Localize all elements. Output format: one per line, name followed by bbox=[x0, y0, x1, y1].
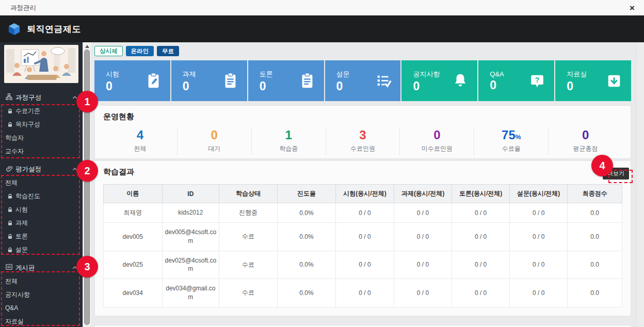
more-button[interactable]: 더보기 bbox=[603, 168, 629, 179]
sidebar-item-3-1[interactable]: 전체 bbox=[0, 274, 83, 288]
vertical-scrollbar[interactable] bbox=[83, 42, 91, 327]
table-row[interactable]: 최재영kids2012진행중0.0%0 / 00 / 00 / 00 / 00.… bbox=[104, 203, 622, 223]
table-row[interactable]: dev025dev025@4csoft.com수료0.0%0 / 00 / 00… bbox=[104, 251, 622, 279]
lock-icon bbox=[7, 207, 13, 212]
sidebar-item-2-2[interactable]: 학습진도 bbox=[0, 189, 83, 203]
column-header: 과제(응시/전체) bbox=[394, 185, 452, 203]
sidebar-item-2-4[interactable]: 과제 bbox=[0, 216, 83, 230]
nav-section-1[interactable]: 과정구성 bbox=[0, 91, 83, 104]
ops-stat: 1학습중 bbox=[251, 127, 326, 155]
table-cell: 0.0 bbox=[568, 223, 622, 251]
stat-number: 0 bbox=[211, 128, 218, 142]
stat-label: 미수료인원 bbox=[400, 144, 474, 153]
table-cell: 0 / 0 bbox=[509, 251, 568, 279]
sidebar-item-3-4[interactable]: 자료실 bbox=[0, 315, 83, 327]
table-cell: 수료 bbox=[219, 279, 278, 307]
table-cell: 최재영 bbox=[104, 203, 163, 223]
table-cell: dev034@gmail.com bbox=[162, 279, 219, 307]
stat-label: 대기 bbox=[178, 144, 251, 153]
column-header: 학습상태 bbox=[219, 185, 278, 203]
table-cell: 0 / 0 bbox=[336, 203, 394, 223]
table-cell: 0.0% bbox=[277, 279, 336, 307]
chevron-up-icon[interactable] bbox=[72, 167, 77, 172]
stat-card-7[interactable]: 자료실0 bbox=[555, 60, 631, 101]
column-header: 이름 bbox=[104, 185, 163, 203]
chevron-up-icon[interactable] bbox=[72, 265, 77, 270]
window-title: 과정관리 bbox=[10, 0, 36, 15]
column-header: 설문(응시/전체) bbox=[509, 185, 568, 203]
stat-value: 1 bbox=[252, 128, 326, 142]
ops-stat: 4전체 bbox=[103, 127, 177, 155]
learning-results-panel: 학습결과 더보기 이름ID학습상태진도율시험(응시/전체)과제(응시/전체)토론… bbox=[94, 160, 631, 316]
table-header-row: 이름ID학습상태진도율시험(응시/전체)과제(응시/전체)토론(응시/전체)설문… bbox=[104, 185, 622, 203]
lock-icon bbox=[7, 193, 13, 199]
sidebar-item-1-2[interactable]: 목차구성 bbox=[0, 118, 83, 131]
assignment-icon bbox=[221, 72, 239, 90]
course-tag: 온라인 bbox=[126, 46, 154, 56]
download-icon bbox=[605, 72, 623, 90]
sidebar-item-1-1[interactable]: 수료기준 bbox=[0, 104, 83, 118]
sidebar-item-2-5[interactable]: 토론 bbox=[0, 230, 83, 243]
table-cell: 0 / 0 bbox=[509, 223, 568, 251]
course-thumbnail bbox=[4, 45, 78, 83]
stat-card-6[interactable]: Q&A0? bbox=[478, 60, 554, 101]
scroll-up-arrow-icon[interactable] bbox=[85, 45, 89, 48]
card-value: 0 bbox=[490, 79, 504, 91]
application-period-panel: 신청기간 2025-07-02 ~ 2025-09-13 bbox=[94, 325, 631, 327]
sidebar-item-label: 공지사항 bbox=[5, 290, 30, 299]
nav-section-2[interactable]: 평가설정 bbox=[0, 162, 83, 176]
stat-value: 0 bbox=[178, 128, 251, 142]
sidebar-item-1-4[interactable]: 교수자 bbox=[0, 144, 83, 158]
nav-section-label: 평가설정 bbox=[15, 165, 41, 174]
right-scrollbar-track[interactable] bbox=[636, 42, 644, 327]
table-cell: 0 / 0 bbox=[452, 223, 510, 251]
table-row[interactable]: dev005dev005@4csoft.com수료0.0%0 / 00 / 00… bbox=[104, 223, 622, 251]
course-tag: 상시제 bbox=[94, 46, 123, 56]
stat-label: 학습중 bbox=[252, 144, 326, 153]
sidebar-nav: 과정구성수료기준목차구성학습자교수자평가설정전체학습진도시험과제토론설문게시판전… bbox=[0, 91, 83, 327]
sidebar-item-3-2[interactable]: 공지사항 bbox=[0, 288, 83, 301]
chevron-up-icon[interactable] bbox=[72, 95, 77, 100]
sidebar-item-label: 토론 bbox=[15, 232, 28, 241]
card-value: 0 bbox=[413, 80, 440, 92]
stat-card-3[interactable]: 토론0 bbox=[248, 60, 324, 101]
column-header: 시험(응시/전체) bbox=[336, 185, 394, 203]
card-text: 과제0 bbox=[183, 70, 196, 92]
sidebar-item-label: 과제 bbox=[15, 219, 28, 227]
table-cell: 0.0 bbox=[568, 279, 622, 307]
stat-suffix: % bbox=[516, 134, 521, 141]
table-cell: 0 / 0 bbox=[394, 203, 452, 223]
table-cell: 0.0 bbox=[568, 251, 622, 279]
stat-number: 4 bbox=[137, 128, 143, 142]
stat-label: 수료율 bbox=[474, 144, 548, 153]
link-icon bbox=[6, 165, 12, 173]
course-tags: 상시제온라인무료 bbox=[94, 46, 631, 56]
sidebar-item-2-1[interactable]: 전체 bbox=[0, 176, 83, 189]
card-text: Q&A0 bbox=[490, 70, 504, 91]
sidebar-item-3-3[interactable]: Q&A bbox=[0, 301, 83, 315]
nav-section-label: 과정구성 bbox=[15, 93, 41, 102]
card-label: Q&A bbox=[490, 70, 504, 78]
exam-icon bbox=[144, 72, 162, 90]
scrollbar-thumb[interactable] bbox=[84, 50, 90, 325]
table-cell: 0 / 0 bbox=[452, 203, 510, 223]
table-cell: 0.0% bbox=[277, 223, 336, 251]
sidebar-item-2-6[interactable]: 설문 bbox=[0, 243, 83, 256]
stat-card-5[interactable]: 공지사항0 bbox=[401, 60, 477, 101]
sidebar-item-2-3[interactable]: 시험 bbox=[0, 203, 83, 216]
table-row[interactable]: dev034dev034@gmail.com수료0.0%0 / 00 / 00 … bbox=[104, 279, 622, 307]
close-icon[interactable]: × bbox=[625, 0, 639, 15]
sidebar-item-label: 자료실 bbox=[5, 317, 24, 326]
sidebar-item-label: 전체 bbox=[5, 178, 18, 187]
stat-value: 0 bbox=[400, 128, 474, 142]
stat-number: 1 bbox=[285, 128, 292, 142]
stat-card-2[interactable]: 과제0 bbox=[171, 60, 247, 101]
course-header: 퇴직연금제도 bbox=[0, 15, 644, 42]
table-body: 최재영kids2012진행중0.0%0 / 00 / 00 / 00 / 00.… bbox=[104, 203, 622, 307]
sidebar-item-1-3[interactable]: 학습자 bbox=[0, 131, 83, 144]
nav-section-3[interactable]: 게시판 bbox=[0, 261, 83, 274]
column-header: 최종점수 bbox=[568, 185, 622, 203]
question-icon: ? bbox=[528, 72, 546, 90]
stat-card-4[interactable]: 설문0 bbox=[325, 60, 401, 101]
stat-card-1[interactable]: 시험0 bbox=[94, 60, 170, 101]
